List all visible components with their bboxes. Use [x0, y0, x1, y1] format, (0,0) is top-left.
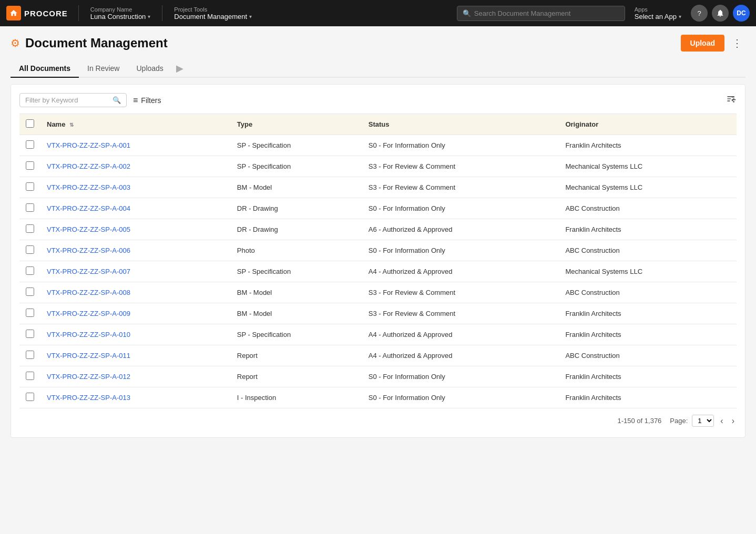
filter-search-icon: 🔍	[113, 96, 121, 104]
topbar-divider-2	[162, 5, 162, 21]
row-checkbox-cell[interactable]	[19, 345, 40, 366]
select-all-checkbox[interactable]	[26, 119, 34, 128]
row-checkbox-5[interactable]	[26, 245, 34, 254]
help-button[interactable]: ?	[691, 5, 708, 22]
row-checkbox-cell[interactable]	[19, 366, 40, 387]
gear-icon: ⚙	[11, 37, 20, 49]
row-checkbox-cell[interactable]	[19, 219, 40, 240]
row-name-cell: VTX-PRO-ZZ-ZZ-SP-A-011	[40, 345, 231, 366]
apps-chevron-icon: ▾	[679, 14, 681, 19]
row-checkbox-cell[interactable]	[19, 303, 40, 324]
column-header-name[interactable]: Name ⇅	[40, 114, 231, 135]
row-type-cell: BM - Model	[231, 303, 362, 324]
row-checkbox-cell[interactable]	[19, 156, 40, 177]
table-row: VTX-PRO-ZZ-ZZ-SP-A-007 SP - Specificatio…	[19, 261, 737, 282]
notifications-button[interactable]	[712, 5, 729, 22]
document-link-6[interactable]: VTX-PRO-ZZ-ZZ-SP-A-007	[47, 268, 130, 275]
table-row: VTX-PRO-ZZ-ZZ-SP-A-012 Report S0 - For I…	[19, 366, 737, 387]
row-name-cell: VTX-PRO-ZZ-ZZ-SP-A-004	[40, 198, 231, 219]
tab-in-review[interactable]: In Review	[79, 60, 128, 78]
prev-page-button[interactable]: ‹	[718, 415, 725, 427]
page-label: Page:	[670, 417, 688, 425]
row-status-cell: S3 - For Review & Comment	[362, 156, 559, 177]
logo[interactable]: PROCORE	[6, 6, 68, 20]
row-type-cell: SP - Specification	[231, 324, 362, 345]
row-type-cell: SP - Specification	[231, 156, 362, 177]
row-type-cell: Photo	[231, 240, 362, 261]
row-status-cell: S0 - For Information Only	[362, 366, 559, 387]
row-name-cell: VTX-PRO-ZZ-ZZ-SP-A-012	[40, 366, 231, 387]
project-nav[interactable]: Project Tools Document Management ▾	[169, 4, 257, 23]
document-link-2[interactable]: VTX-PRO-ZZ-ZZ-SP-A-003	[47, 183, 130, 191]
row-checkbox-11[interactable]	[26, 372, 34, 380]
row-status-cell: A4 - Authorized & Approved	[362, 345, 559, 366]
document-link-11[interactable]: VTX-PRO-ZZ-ZZ-SP-A-012	[47, 373, 130, 381]
row-checkbox-7[interactable]	[26, 287, 34, 296]
row-checkbox-1[interactable]	[26, 161, 34, 170]
row-checkbox-cell[interactable]	[19, 135, 40, 156]
document-link-0[interactable]: VTX-PRO-ZZ-ZZ-SP-A-001	[47, 141, 130, 149]
row-type-cell: SP - Specification	[231, 261, 362, 282]
page-select[interactable]: 1 2 3	[692, 415, 714, 427]
user-avatar[interactable]: DC	[733, 5, 750, 22]
document-link-9[interactable]: VTX-PRO-ZZ-ZZ-SP-A-010	[47, 331, 130, 338]
content-area: 🔍 ≡ Filters Name ⇅ Type	[11, 84, 745, 438]
column-settings-button[interactable]	[726, 94, 737, 107]
document-link-8[interactable]: VTX-PRO-ZZ-ZZ-SP-A-009	[47, 310, 130, 317]
document-link-3[interactable]: VTX-PRO-ZZ-ZZ-SP-A-004	[47, 204, 130, 212]
apps-nav[interactable]: Apps Select an App ▾	[629, 4, 687, 23]
row-originator-cell: ABC Construction	[559, 282, 737, 303]
company-name: Luna Construction ▾	[90, 13, 151, 20]
company-label: Company Name	[90, 6, 151, 13]
upload-button[interactable]: Upload	[681, 35, 724, 52]
select-all-header[interactable]	[19, 114, 40, 135]
row-type-cell: I - Inspection	[231, 387, 362, 408]
row-originator-cell: Franklin Architects	[559, 135, 737, 156]
table-row: VTX-PRO-ZZ-ZZ-SP-A-011 Report A4 - Autho…	[19, 345, 737, 366]
row-name-cell: VTX-PRO-ZZ-ZZ-SP-A-007	[40, 261, 231, 282]
row-checkbox-cell[interactable]	[19, 282, 40, 303]
row-checkbox-12[interactable]	[26, 393, 34, 401]
row-checkbox-cell[interactable]	[19, 240, 40, 261]
document-link-10[interactable]: VTX-PRO-ZZ-ZZ-SP-A-011	[47, 352, 130, 360]
table-row: VTX-PRO-ZZ-ZZ-SP-A-008 BM - Model S3 - F…	[19, 282, 737, 303]
more-options-button[interactable]: ⋮	[729, 35, 745, 52]
search-bar: 🔍	[457, 6, 625, 21]
row-checkbox-10[interactable]	[26, 351, 34, 359]
row-type-cell: Report	[231, 366, 362, 387]
document-link-7[interactable]: VTX-PRO-ZZ-ZZ-SP-A-008	[47, 289, 130, 296]
filters-button[interactable]: ≡ Filters	[133, 96, 161, 105]
company-nav[interactable]: Company Name Luna Construction ▾	[85, 4, 156, 23]
keyword-filter: 🔍	[19, 93, 127, 107]
project-label: Project Tools	[174, 6, 252, 13]
row-checkbox-cell[interactable]	[19, 198, 40, 219]
column-header-status: Status	[362, 114, 559, 135]
topbar: PROCORE Company Name Luna Construction ▾…	[0, 0, 756, 26]
row-checkbox-3[interactable]	[26, 203, 34, 212]
tab-all-documents[interactable]: All Documents	[11, 60, 79, 78]
row-checkbox-9[interactable]	[26, 330, 34, 338]
row-checkbox-4[interactable]	[26, 224, 34, 233]
row-name-cell: VTX-PRO-ZZ-ZZ-SP-A-002	[40, 156, 231, 177]
search-input[interactable]	[474, 6, 619, 20]
column-header-originator: Originator	[559, 114, 737, 135]
row-checkbox-8[interactable]	[26, 309, 34, 317]
row-checkbox-2[interactable]	[26, 182, 34, 191]
cursor-indicator: ▶	[176, 63, 183, 74]
tab-uploads[interactable]: Uploads	[128, 60, 171, 78]
document-link-4[interactable]: VTX-PRO-ZZ-ZZ-SP-A-005	[47, 225, 130, 233]
apps-value: Select an App ▾	[635, 13, 681, 20]
row-checkbox-0[interactable]	[26, 140, 34, 149]
keyword-filter-input[interactable]	[25, 96, 109, 104]
tabs: All Documents In Review Uploads ▶	[11, 60, 745, 78]
row-checkbox-cell[interactable]	[19, 387, 40, 408]
document-link-5[interactable]: VTX-PRO-ZZ-ZZ-SP-A-006	[47, 247, 130, 254]
page-content: ⚙ Document Management Upload ⋮ All Docum…	[0, 26, 756, 446]
row-checkbox-cell[interactable]	[19, 261, 40, 282]
row-checkbox-cell[interactable]	[19, 177, 40, 198]
row-checkbox-cell[interactable]	[19, 324, 40, 345]
document-link-1[interactable]: VTX-PRO-ZZ-ZZ-SP-A-002	[47, 162, 130, 170]
row-checkbox-6[interactable]	[26, 266, 34, 275]
document-link-12[interactable]: VTX-PRO-ZZ-ZZ-SP-A-013	[47, 394, 130, 402]
next-page-button[interactable]: ›	[730, 415, 737, 427]
